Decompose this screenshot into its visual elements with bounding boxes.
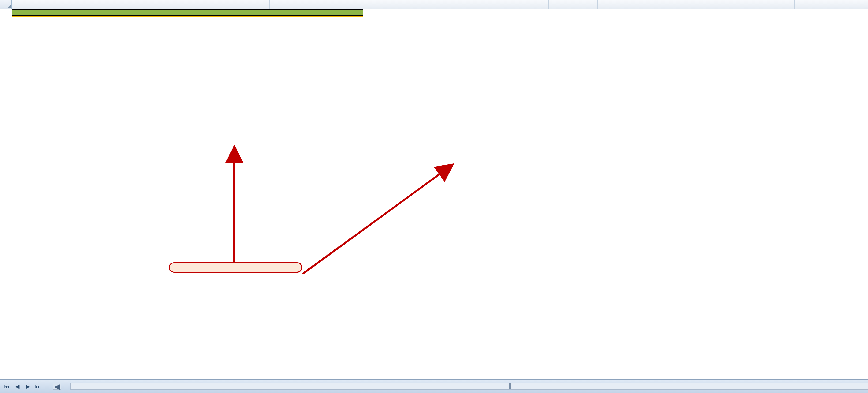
col-header-B[interactable]: [199, 0, 270, 9]
col-header-L[interactable]: [745, 0, 795, 9]
col-header-D[interactable]: [363, 0, 401, 9]
col-header-K[interactable]: [696, 0, 745, 9]
col-header-A[interactable]: [12, 0, 199, 9]
tab-nav-prev-icon[interactable]: ◀: [12, 381, 23, 392]
chart-plot-area: [408, 68, 817, 306]
scroll-grip-icon[interactable]: [509, 383, 514, 390]
col-header-C[interactable]: [270, 0, 363, 9]
data-table: [12, 9, 363, 17]
col-header-F[interactable]: [450, 0, 499, 9]
tab-nav-buttons: ⏮ ◀ ▶ ⏭: [0, 380, 45, 393]
pie-chart-svg: [408, 68, 817, 306]
worksheet-area: [0, 0, 868, 380]
tab-nav-last-icon[interactable]: ⏭: [33, 381, 43, 392]
callout-box: [169, 262, 302, 273]
header-2009[interactable]: [269, 16, 363, 17]
table-header-row: [12, 16, 363, 17]
header-blank[interactable]: [12, 16, 199, 17]
horizontal-scrollbar[interactable]: [70, 383, 868, 390]
column-headers: [0, 0, 868, 9]
col-header-G[interactable]: [499, 0, 549, 9]
chart-title: [408, 61, 817, 68]
col-header-J[interactable]: [647, 0, 696, 9]
col-header-H[interactable]: [549, 0, 598, 9]
sheet-tab-bar: ⏮ ◀ ▶ ⏭ ◀: [0, 380, 868, 393]
select-all-corner[interactable]: [0, 0, 12, 9]
sheet-tabs: [45, 380, 48, 393]
col-header-I[interactable]: [598, 0, 647, 9]
col-header-M[interactable]: [795, 0, 844, 9]
embedded-chart[interactable]: [408, 61, 818, 323]
header-1969[interactable]: [199, 16, 269, 17]
tab-nav-first-icon[interactable]: ⏮: [2, 381, 12, 392]
col-header-E[interactable]: [401, 0, 450, 9]
tab-nav-next-icon[interactable]: ▶: [23, 381, 33, 392]
table-title-cell[interactable]: [12, 9, 363, 16]
hscroll-left-icon[interactable]: ◀: [53, 383, 61, 390]
